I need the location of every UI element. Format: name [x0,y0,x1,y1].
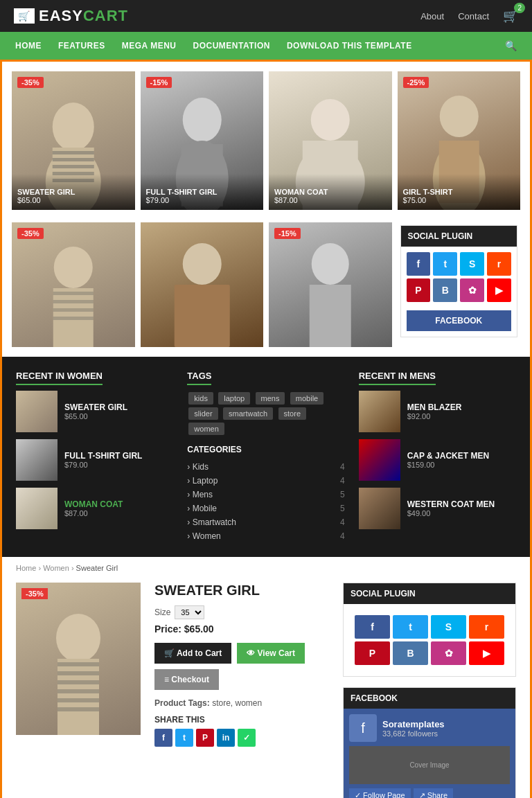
product-card-row2-3[interactable]: -15% [269,222,392,347]
category-mens[interactable]: › Mens5 [187,488,344,502]
category-smartwatch[interactable]: › Smartwatch4 [187,515,344,529]
tag-mobile[interactable]: mobile [290,392,323,405]
add-to-cart-button[interactable]: 🛒 Add to Cart [154,643,231,664]
product-name-woman-coat: WOMAN COAT [274,188,387,196]
tag-smartwatch[interactable]: smartwatch [223,407,273,420]
tag-laptop[interactable]: laptop [218,392,250,405]
view-cart-button[interactable]: 👁 View Cart [237,643,305,664]
nav-features[interactable]: FEATURES [50,33,114,59]
cart-icon[interactable]: 🛒 2 [503,8,518,24]
sidebar-social-instagram[interactable]: ✿ [431,641,466,665]
cart-badge: 2 [514,3,525,13]
svg-rect-20 [53,300,94,303]
social-btn-pinterest[interactable]: P [407,278,431,302]
product-size-row: Size 35 36 37 38 [154,605,329,619]
detail-content: -35% SWEATER GIRL Size 35 36 37 38 [16,583,329,747]
sidebar-social-vk[interactable]: B [393,641,428,665]
size-select[interactable]: 35 36 37 38 [175,605,204,619]
svg-rect-29 [57,662,99,666]
header: 🛒 EASYCART About Contact 🛒 2 [0,0,532,32]
nav-documentation[interactable]: DOCUMENTATION [185,33,278,59]
social-btn-instagram[interactable]: ✿ [460,278,484,302]
breadcrumb-women[interactable]: Women [43,564,69,572]
social-btn-facebook[interactable]: f [407,252,431,276]
nav-mega-menu[interactable]: MEGA MENU [114,33,185,59]
sidebar-social-youtube[interactable]: ▶ [469,641,504,665]
dark-product-woman-coat[interactable]: WOMAN COAT $87.00 [16,488,173,529]
breadcrumb: Home › Women › Sweater Girl [16,564,516,572]
social-btn-youtube[interactable]: ▶ [487,278,511,302]
product-card-row2-2[interactable] [141,222,264,347]
product-card-woman-coat[interactable]: WOMAN COAT $87.00 [269,71,392,210]
dark-thumb-western-coat [359,488,400,529]
search-icon[interactable]: 🔍 [497,32,525,60]
share-twitter[interactable]: t [175,729,193,747]
facebook-button[interactable]: FACEBOOK [407,310,512,331]
sidebar-social-title: SOCIAL PLUGIN [344,583,515,604]
product-info-woman-coat: WOMAN COAT $87.00 [269,174,392,210]
svg-rect-24 [174,285,229,347]
product-price-woman-coat: $87.00 [274,196,387,204]
sidebar-social-skype[interactable]: S [431,615,466,639]
logo[interactable]: 🛒 EASYCART [14,7,128,25]
svg-rect-28 [57,659,99,735]
product-card-tshirt-girl[interactable]: -15% FULL T-SHIRT GIRL $79.00 [141,71,264,210]
social-btn-reddit[interactable]: r [487,252,511,276]
category-mobile[interactable]: › Mobile5 [187,502,344,515]
svg-point-27 [56,614,100,662]
product-card-row2-1[interactable]: -35% [12,222,135,347]
product-detail-image-wrap: -35% [16,583,141,747]
recent-women: RECENT IN WOMEN SWEATER GIRL $65.00 FULL… [16,371,173,543]
tag-slider[interactable]: slider [188,407,218,420]
category-women[interactable]: › Women4 [187,529,344,543]
share-facebook[interactable]: f [154,729,172,747]
svg-rect-5 [53,165,94,168]
share-linkedin[interactable]: in [217,729,235,747]
breadcrumb-home[interactable]: Home [16,564,36,572]
nav-home[interactable]: HOME [7,33,50,59]
svg-point-11 [311,99,350,141]
dark-price-men-blazer: $92.00 [407,412,462,420]
tag-kids[interactable]: kids [188,392,213,405]
svg-point-14 [439,96,478,137]
fb-share-button[interactable]: ↗ Share [414,788,453,798]
dark-product-sweater-girl[interactable]: SWEATER GIRL $65.00 [16,391,173,432]
social-btn-twitter[interactable]: t [433,252,457,276]
product-card-girl-tshirt[interactable]: -25% GIRL T-SHIRT $75.00 [398,71,521,210]
dark-product-men-blazer[interactable]: MEN BLAZER $92.00 [359,391,516,432]
checkout-button[interactable]: ≡ Checkout [154,669,219,690]
svg-rect-33 [57,698,99,702]
navbar: HOME FEATURES MEGA MENU DOCUMENTATION DO… [0,32,532,60]
fb-follow-button[interactable]: ✓ Follow Page [349,788,411,798]
sidebar-social-twitter[interactable]: t [393,615,428,639]
nav-about[interactable]: About [420,11,444,21]
tag-mens[interactable]: mens [256,392,285,405]
detail-sidebar: SOCIAL PLUGIN f t S r P B ✿ ▶ FACE [343,583,516,798]
dark-thumb-tshirt-girl [16,439,57,481]
nav-contact[interactable]: Contact [458,11,489,21]
social-btn-skype[interactable]: S [460,252,484,276]
svg-point-25 [312,243,349,285]
tags-list: kids laptop mens mobile slider smartwatc… [187,391,344,436]
social-plugin-header: SOCIAL PLUGIN [401,226,517,247]
product-tags-values: store, women [212,698,262,708]
product-info-sweater-girl: SWEATER GIRL $65.00 [12,174,135,210]
tag-women[interactable]: women [188,423,224,435]
dark-product-cap-jacket[interactable]: CAP & JACKET MEN $159.00 [359,439,516,481]
category-kids[interactable]: › Kids4 [187,460,344,474]
breadcrumb-section: Home › Women › Sweater Girl [2,557,530,583]
dark-product-western-coat[interactable]: WESTERN COAT MEN $49.00 [359,488,516,529]
nav-download[interactable]: DOWNLOAD THIS TEMPLATE [278,33,420,59]
product-card-sweater-girl[interactable]: -35% SWEATER GIRL $65.00 [12,71,135,210]
share-whatsapp[interactable]: ✓ [238,729,256,747]
tag-store[interactable]: store [278,407,306,420]
share-pinterest[interactable]: P [196,729,214,747]
social-btn-vk[interactable]: B [433,278,457,302]
dark-product-tshirt-girl[interactable]: FULL T-SHIRT GIRL $79.00 [16,439,173,481]
fb-action-buttons: ✓ Follow Page ↗ Share [349,788,510,798]
sidebar-social-reddit[interactable]: r [469,615,504,639]
category-laptop[interactable]: › Laptop4 [187,474,344,488]
dark-name-western-coat: WESTERN COAT MEN [407,499,495,509]
sidebar-social-pinterest[interactable]: P [355,641,390,665]
sidebar-social-facebook[interactable]: f [355,615,390,639]
